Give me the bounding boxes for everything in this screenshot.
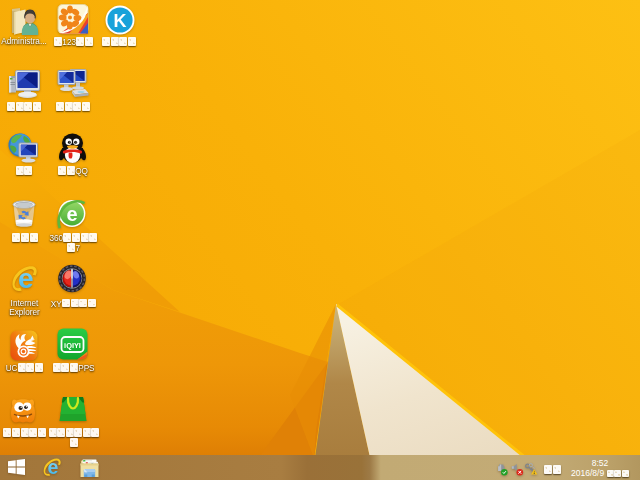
svg-text:iQIYI: iQIYI [64, 341, 81, 350]
svg-text:e: e [66, 203, 77, 225]
svg-text:K: K [114, 11, 127, 31]
